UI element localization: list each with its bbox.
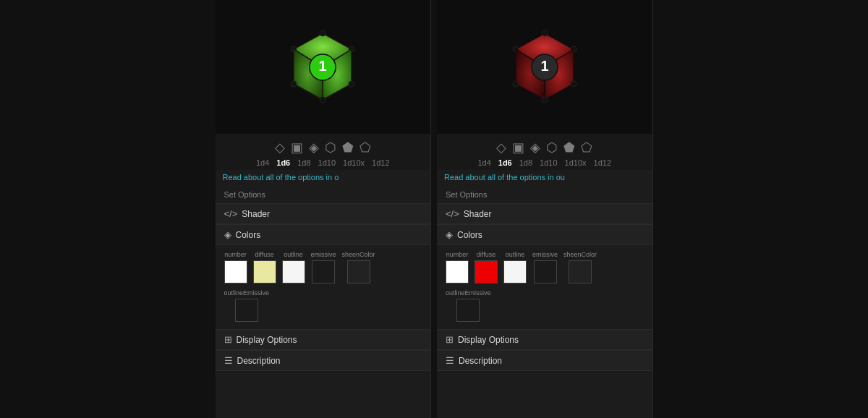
left-shader-label: Shader <box>242 209 270 219</box>
left-color-outline: outline <box>282 251 305 283</box>
left-d10-label[interactable]: 1d10 <box>318 158 336 167</box>
right-d6-label[interactable]: 1d6 <box>498 158 512 167</box>
right-color-number: number <box>446 251 469 283</box>
right-d10-label[interactable]: 1d10 <box>540 158 557 167</box>
left-description-icon: ☰ <box>224 355 233 366</box>
right-color-sheen: sheenColor <box>563 251 597 283</box>
right-d6-icon[interactable]: ▣ <box>512 140 524 155</box>
right-color-outline: outline <box>503 251 527 283</box>
left-set-options-label: Set Options <box>216 186 431 203</box>
left-colors-section-header[interactable]: ◈ Colors <box>216 224 431 245</box>
left-color-sheen-swatch[interactable] <box>347 260 370 283</box>
right-color-diffuse: diffuse <box>475 251 498 283</box>
left-shader-section[interactable]: </> Shader <box>216 203 431 224</box>
right-d4-label[interactable]: 1d4 <box>477 158 490 167</box>
right-color-outline-label: outline <box>506 251 525 258</box>
right-dice-cube: 1 <box>505 27 584 107</box>
right-color-outline-emissive: outlineEmissive <box>446 289 491 322</box>
left-display-options-section[interactable]: ⊞ Display Options <box>216 329 431 350</box>
left-color-emissive: emissive <box>311 251 336 283</box>
left-shader-icon: </> <box>224 208 238 219</box>
left-description-label: Description <box>237 356 281 366</box>
right-d10-icon[interactable]: ⬡ <box>546 140 558 155</box>
left-d8-label[interactable]: 1d8 <box>297 158 310 167</box>
right-color-outline-emissive-label: outlineEmissive <box>446 289 491 297</box>
right-d10x-icon[interactable]: ⬟ <box>563 140 575 155</box>
right-color-sheen-label: sheenColor <box>563 251 597 258</box>
left-color-diffuse-label: diffuse <box>255 251 273 258</box>
right-colors-content: number diffuse outline emissive <box>437 245 652 329</box>
left-color-outline-swatch[interactable] <box>282 260 305 283</box>
svg-point-12 <box>542 30 548 36</box>
right-read-more-link[interactable]: Read about all of the options in ou <box>437 170 652 186</box>
right-color-sheen-swatch[interactable] <box>569 260 592 283</box>
svg-point-19 <box>513 81 519 87</box>
left-d10x-label[interactable]: 1d10x <box>343 158 365 167</box>
left-d10x-icon[interactable]: ⬟ <box>342 140 354 155</box>
left-colors-label: Colors <box>236 230 261 240</box>
svg-point-17 <box>571 81 576 87</box>
svg-point-8 <box>291 81 297 87</box>
right-color-diffuse-swatch[interactable] <box>475 260 498 283</box>
right-shader-icon: </> <box>446 208 459 219</box>
left-color-outline-emissive: outlineEmissive <box>224 289 270 322</box>
svg-point-1 <box>320 30 326 36</box>
left-d12-icon[interactable]: ⬠ <box>359 140 371 155</box>
right-color-emissive: emissive <box>532 251 558 283</box>
right-color-emissive-label: emissive <box>532 251 558 258</box>
left-color-outline-label: outline <box>284 251 303 258</box>
right-display-options-section[interactable]: ⊞ Display Options <box>437 329 652 350</box>
svg-point-18 <box>542 97 548 103</box>
left-color-number-swatch[interactable] <box>224 260 247 283</box>
right-panel: 1 ◇ ▣ ◈ ⬡ ⬟ ⬠ 1d4 1d6 1d8 1d10 1d10x 1d1… <box>437 0 653 418</box>
right-color-diffuse-label: diffuse <box>477 251 495 258</box>
right-colors-row: number diffuse outline emissive <box>446 251 644 322</box>
left-d4-label[interactable]: 1d4 <box>256 158 269 167</box>
left-color-outline-emissive-label: outlineEmissive <box>224 289 270 297</box>
right-d8-icon[interactable]: ◈ <box>530 140 540 155</box>
right-color-outline-emissive-swatch[interactable] <box>456 299 480 322</box>
right-colors-section-header[interactable]: ◈ Colors <box>437 224 652 245</box>
right-set-options-label: Set Options <box>437 186 652 203</box>
left-d6-icon[interactable]: ▣ <box>291 140 303 155</box>
left-color-diffuse-swatch[interactable] <box>253 260 276 283</box>
right-display-icon: ⊞ <box>446 334 454 345</box>
left-d12-label[interactable]: 1d12 <box>372 158 389 167</box>
left-color-outline-emissive-swatch[interactable] <box>235 299 258 322</box>
left-d8-icon[interactable]: ◈ <box>309 140 319 155</box>
left-colors-row: number diffuse outline emissive <box>224 251 422 322</box>
right-colors-label: Colors <box>457 230 482 240</box>
right-options-area: Set Options </> Shader ◈ Colors number d… <box>437 186 652 418</box>
left-description-section[interactable]: ☰ Description <box>216 350 431 371</box>
svg-point-6 <box>349 81 354 87</box>
left-color-emissive-swatch[interactable] <box>312 260 335 283</box>
left-colors-icon: ◈ <box>224 229 231 240</box>
left-d4-icon[interactable]: ◇ <box>275 140 285 155</box>
svg-point-7 <box>320 97 326 103</box>
right-d12-icon[interactable]: ⬠ <box>581 140 592 155</box>
left-read-more-link[interactable]: Read about all of the options in o <box>216 170 431 186</box>
left-dice-preview: 1 <box>216 0 431 134</box>
right-dice-preview: 1 <box>437 0 652 134</box>
right-color-emissive-swatch[interactable] <box>534 260 557 283</box>
left-color-number-label: number <box>224 251 247 258</box>
right-description-section[interactable]: ☰ Description <box>437 350 652 371</box>
right-description-label: Description <box>459 356 502 366</box>
left-color-emissive-label: emissive <box>311 251 336 258</box>
right-d8-label[interactable]: 1d8 <box>519 158 532 167</box>
right-d10x-label[interactable]: 1d10x <box>565 158 587 167</box>
right-display-label: Display Options <box>458 335 519 345</box>
left-panel: 1 ◇ ▣ ◈ ⬡ ⬟ ⬠ 1d4 1d6 1d8 1d10 1d10x 1d1… <box>216 0 432 418</box>
right-d4-icon[interactable]: ◇ <box>496 140 506 155</box>
right-dice-selector: ◇ ▣ ◈ ⬡ ⬟ ⬠ 1d4 1d6 1d8 1d10 1d10x 1d12 <box>437 134 652 170</box>
right-d12-label[interactable]: 1d12 <box>594 158 611 167</box>
left-display-label: Display Options <box>237 335 297 345</box>
left-d10-icon[interactable]: ⬡ <box>325 140 336 155</box>
right-color-outline-swatch[interactable] <box>503 260 527 283</box>
left-d6-label[interactable]: 1d6 <box>276 158 290 167</box>
right-color-number-swatch[interactable] <box>446 260 469 283</box>
left-color-sheen: sheenColor <box>342 251 375 283</box>
left-colors-content: number diffuse outline emissive <box>216 245 431 329</box>
right-description-icon: ☰ <box>446 355 454 366</box>
right-shader-section[interactable]: </> Shader <box>437 203 652 224</box>
